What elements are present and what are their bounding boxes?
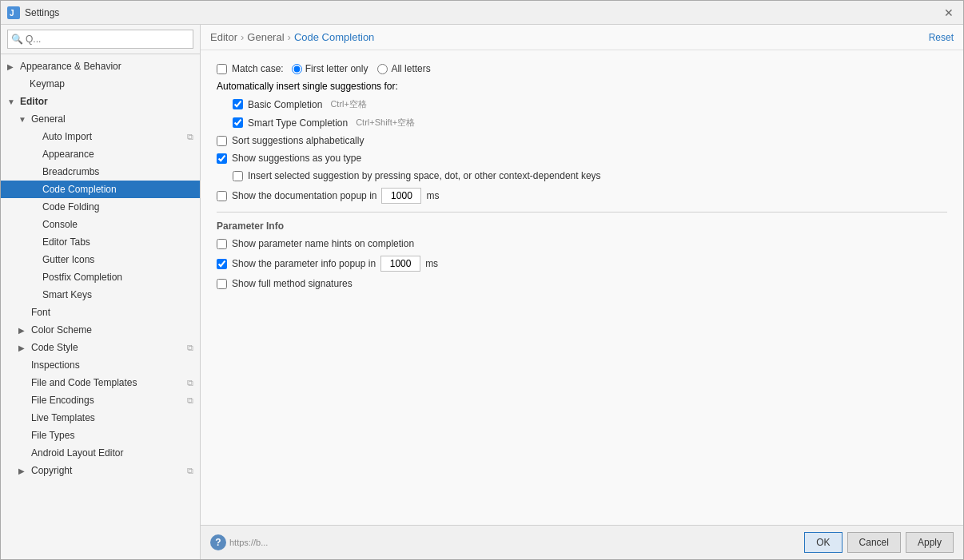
show-full-signatures-row: Show full method signatures <box>217 278 947 289</box>
sidebar-item-editor-tabs[interactable]: Editor Tabs <box>1 233 200 251</box>
sidebar-item-android-layout-editor[interactable]: Android Layout Editor <box>1 444 200 462</box>
breadcrumb-bar: Editor › General › Code Completion Reset <box>201 25 963 50</box>
expand-icon <box>30 220 41 229</box>
close-button[interactable]: ✕ <box>941 5 957 21</box>
expand-icon: ▶ <box>18 344 30 352</box>
sidebar-item-label: Editor Tabs <box>42 236 90 248</box>
show-suggestions-label[interactable]: Show suggestions as you type <box>217 153 361 164</box>
match-case-checkbox[interactable] <box>217 64 227 74</box>
search-icon: 🔍 <box>11 34 23 45</box>
sidebar-item-editor[interactable]: ▼ Editor <box>1 93 200 110</box>
bottom-left: ? https://b... <box>210 534 799 550</box>
first-letter-only-text: First letter only <box>305 63 368 74</box>
sidebar-item-code-folding[interactable]: Code Folding <box>1 198 200 216</box>
match-case-radio-group: First letter only All letters <box>292 63 431 74</box>
match-case-row: Match case: First letter only All letter… <box>217 63 947 74</box>
sidebar-item-code-completion[interactable]: Code Completion <box>1 181 200 198</box>
sidebar-item-live-templates[interactable]: Live Templates <box>1 409 200 427</box>
first-letter-only-radio[interactable] <box>292 64 302 74</box>
show-param-hints-checkbox[interactable] <box>217 239 227 249</box>
match-case-label[interactable]: Match case: <box>217 63 284 74</box>
window-title: Settings <box>25 7 941 18</box>
show-doc-popup-checkbox[interactable] <box>217 191 227 201</box>
sidebar-item-file-types[interactable]: File Types <box>1 427 200 444</box>
sidebar-item-appearance[interactable]: Appearance <box>1 145 200 163</box>
sort-alphabetically-text: Sort suggestions alphabetically <box>232 135 364 146</box>
sort-alphabetically-row: Sort suggestions alphabetically <box>217 135 947 146</box>
smart-type-completion-checkbox[interactable] <box>233 117 243 128</box>
smart-type-completion-label[interactable]: Smart Type Completion <box>233 117 348 129</box>
basic-completion-row: Basic Completion Ctrl+空格 <box>217 98 947 110</box>
expand-icon <box>18 414 30 423</box>
smart-type-completion-shortcut: Ctrl+Shift+空格 <box>356 117 415 129</box>
sidebar-item-color-scheme[interactable]: ▶ Color Scheme <box>1 321 200 339</box>
show-doc-popup-row: Show the documentation popup in ms <box>217 188 947 204</box>
show-suggestions-checkbox[interactable] <box>217 153 227 164</box>
sidebar-item-label: Keymap <box>30 78 65 89</box>
ok-button[interactable]: OK <box>804 532 842 553</box>
sidebar-item-label: Code Completion <box>42 184 117 195</box>
breadcrumb: Editor › General › Code Completion <box>210 31 374 43</box>
sidebar-item-postfix-completion[interactable]: Postfix Completion <box>1 268 200 286</box>
reset-button[interactable]: Reset <box>929 32 954 43</box>
sidebar-item-smart-keys[interactable]: Smart Keys <box>1 286 200 304</box>
show-param-hints-label[interactable]: Show parameter name hints on completion <box>217 238 414 249</box>
sidebar-item-label: Code Folding <box>42 201 99 212</box>
search-input[interactable] <box>7 30 193 49</box>
svg-text:J: J <box>10 9 14 18</box>
expand-icon <box>30 273 41 282</box>
help-button[interactable]: ? <box>210 534 226 550</box>
sidebar-item-appearance-behavior[interactable]: ▶ Appearance & Behavior <box>1 58 200 75</box>
expand-icon <box>18 361 30 370</box>
sidebar-item-inspections[interactable]: Inspections <box>1 356 200 374</box>
sidebar-item-gutter-icons[interactable]: Gutter Icons <box>1 251 200 268</box>
insert-selected-row: Insert selected suggestion by pressing s… <box>217 170 947 181</box>
apply-button[interactable]: Apply <box>906 532 954 553</box>
expand-icon: ▶ <box>18 467 30 475</box>
cancel-button[interactable]: Cancel <box>847 532 901 553</box>
sidebar-item-file-encodings[interactable]: File Encodings ⧉ <box>1 391 200 409</box>
param-popup-value-input[interactable] <box>380 256 420 272</box>
sidebar-item-console[interactable]: Console <box>1 216 200 233</box>
sidebar-item-breadcrumbs[interactable]: Breadcrumbs <box>1 163 200 181</box>
breadcrumb-sep-2: › <box>288 31 291 43</box>
sort-alphabetically-checkbox[interactable] <box>217 136 227 146</box>
insert-selected-label[interactable]: Insert selected suggestion by pressing s… <box>233 170 601 181</box>
settings-tree: ▶ Appearance & Behavior Keymap ▼ Editor … <box>1 54 200 559</box>
sidebar-item-keymap[interactable]: Keymap <box>1 75 200 93</box>
sidebar-item-general[interactable]: ▼ General <box>1 110 200 128</box>
all-letters-label[interactable]: All letters <box>377 63 430 74</box>
show-full-signatures-checkbox[interactable] <box>217 279 227 289</box>
doc-popup-value-input[interactable] <box>381 188 421 204</box>
first-letter-only-label[interactable]: First letter only <box>292 63 368 74</box>
insert-selected-checkbox[interactable] <box>233 171 243 181</box>
sidebar-item-copyright[interactable]: ▶ Copyright ⧉ <box>1 462 200 479</box>
sidebar-item-label: Font <box>31 307 50 318</box>
sidebar-item-file-code-templates[interactable]: File and Code Templates ⧉ <box>1 374 200 391</box>
search-wrapper: 🔍 <box>7 30 193 49</box>
sidebar-item-label: Postfix Completion <box>42 272 122 283</box>
sidebar-item-label: Appearance & Behavior <box>20 61 121 72</box>
sidebar-item-auto-import[interactable]: Auto Import ⧉ <box>1 128 200 145</box>
param-popup-ms-label: ms <box>425 258 438 269</box>
sidebar-item-code-style[interactable]: ▶ Code Style ⧉ <box>1 339 200 356</box>
expand-icon <box>30 185 41 194</box>
sidebar: 🔍 ▶ Appearance & Behavior Keymap ▼ Edito… <box>1 25 201 559</box>
match-case-text: Match case: <box>232 63 284 74</box>
breadcrumb-code-completion: Code Completion <box>294 31 374 43</box>
show-doc-popup-label[interactable]: Show the documentation popup in <box>217 190 376 201</box>
sort-alphabetically-label[interactable]: Sort suggestions alphabetically <box>217 135 364 146</box>
settings-content: Match case: First letter only All letter… <box>201 50 963 525</box>
all-letters-radio[interactable] <box>377 64 388 74</box>
basic-completion-checkbox[interactable] <box>233 99 243 109</box>
sidebar-item-label: File and Code Templates <box>31 377 137 388</box>
sidebar-item-font[interactable]: Font <box>1 304 200 321</box>
basic-completion-label[interactable]: Basic Completion <box>233 99 322 110</box>
expand-icon <box>18 449 30 458</box>
show-param-popup-checkbox[interactable] <box>217 259 227 269</box>
app-icon: J <box>7 6 20 19</box>
show-param-popup-label[interactable]: Show the parameter info popup in <box>217 258 376 269</box>
expand-icon: ▼ <box>18 115 30 124</box>
breadcrumb-general: General <box>247 31 284 43</box>
show-full-signatures-label[interactable]: Show full method signatures <box>217 278 353 289</box>
